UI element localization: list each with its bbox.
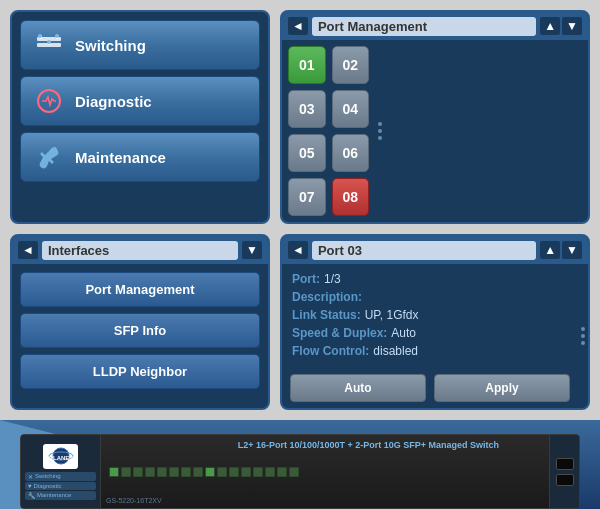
bottom-banner: PLANET ✕Switching ♥Diagnostic 🔧Maintenan… <box>0 420 600 509</box>
port-down-arrow[interactable]: ▼ <box>562 17 582 35</box>
switching-label: Switching <box>75 37 146 54</box>
speed-row: Speed & Duplex: Auto <box>292 326 568 340</box>
port-detail-down-arrow[interactable]: ▼ <box>562 241 582 259</box>
device-port-indicators <box>109 467 299 477</box>
port-04-button[interactable]: 04 <box>332 90 370 128</box>
device-port-12 <box>241 467 251 477</box>
device-port-3 <box>133 467 143 477</box>
port-arrow-group: ▲ ▼ <box>540 17 582 35</box>
speed-value: Auto <box>391 326 416 340</box>
maintenance-button[interactable]: Maintenance <box>20 132 260 182</box>
port-detail-inner: Port: 1/3 Description: Link Status: UP, … <box>282 264 578 408</box>
diagnostic-label: Diagnostic <box>75 93 152 110</box>
port-management-sub-button[interactable]: Port Management <box>20 272 260 307</box>
device-menu-switching: ✕Switching <box>25 472 96 481</box>
port-value: 1/3 <box>324 272 341 286</box>
flow-value: disabled <box>373 344 418 358</box>
port-left-arrow[interactable]: ◄ <box>288 17 308 35</box>
device-title: L2+ 16-Port 10/100/1000T + 2-Port 10G SF… <box>238 440 499 450</box>
lldp-neighbor-button[interactable]: LLDP Neighbor <box>20 354 260 389</box>
flow-control-row: Flow Control: disabled <box>292 344 568 358</box>
device-port-2 <box>121 467 131 477</box>
port-number-row: Port: 1/3 <box>292 272 568 286</box>
link-status-label: Link Status: <box>292 308 361 322</box>
switching-icon <box>33 29 65 61</box>
device-sfp <box>549 435 579 508</box>
interfaces-header: ◄ Interfaces ▼ <box>12 236 268 264</box>
link-status-value: UP, 1Gfdx <box>365 308 419 322</box>
interfaces-left-arrow[interactable]: ◄ <box>18 241 38 259</box>
bottom-row: ◄ Interfaces ▼ Port Management SFP Info … <box>10 234 590 410</box>
port-scroll-indicator <box>375 40 385 222</box>
interfaces-panel: ◄ Interfaces ▼ Port Management SFP Info … <box>10 234 270 410</box>
port-05-button[interactable]: 05 <box>288 134 326 172</box>
port-detail-buttons: Auto Apply <box>282 368 578 408</box>
detail-scroll-dot-2 <box>581 334 585 338</box>
detail-scroll-indicator <box>578 264 588 408</box>
device-menu-diagnostic: ♥Diagnostic <box>25 482 96 490</box>
interfaces-content: Port Management SFP Info LLDP Neighbor <box>12 264 268 408</box>
device-menu-maintenance: 🔧Maintenance <box>25 491 96 500</box>
device-model: GS-5220-16T2XV <box>106 497 162 504</box>
port-06-button[interactable]: 06 <box>332 134 370 172</box>
maintenance-label: Maintenance <box>75 149 166 166</box>
scroll-dot-3 <box>378 136 382 140</box>
port-detail-left-arrow[interactable]: ◄ <box>288 241 308 259</box>
scroll-dot-1 <box>378 122 382 126</box>
device-port-7 <box>181 467 191 477</box>
device-port-11 <box>229 467 239 477</box>
main-area: Switching Diagnostic <box>0 0 600 420</box>
planet-logo: PLANET <box>43 444 78 469</box>
sfp-slot-2 <box>556 474 574 486</box>
flow-label: Flow Control: <box>292 344 369 358</box>
device-port-9 <box>205 467 215 477</box>
port-detail-up-arrow[interactable]: ▲ <box>540 241 560 259</box>
link-status-row: Link Status: UP, 1Gfdx <box>292 308 568 322</box>
port-03-button[interactable]: 03 <box>288 90 326 128</box>
port-02-button[interactable]: 02 <box>332 46 370 84</box>
port-management-header: ◄ Port Management ▲ ▼ <box>282 12 588 40</box>
port-detail-wrapper: Port: 1/3 Description: Link Status: UP, … <box>282 264 588 408</box>
port-management-panel: ◄ Port Management ▲ ▼ 01 02 03 04 05 06 … <box>280 10 590 224</box>
svg-text:PLANET: PLANET <box>49 455 73 461</box>
port-detail-title: Port 03 <box>312 241 536 260</box>
port-detail-content: Port: 1/3 Description: Link Status: UP, … <box>282 264 578 368</box>
top-row: Switching Diagnostic <box>10 10 590 224</box>
port-07-button[interactable]: 07 <box>288 178 326 216</box>
device-port-16 <box>289 467 299 477</box>
description-label: Description: <box>292 290 362 304</box>
port-01-button[interactable]: 01 <box>288 46 326 84</box>
device-port-8 <box>193 467 203 477</box>
port-up-arrow[interactable]: ▲ <box>540 17 560 35</box>
port-detail-panel: ◄ Port 03 ▲ ▼ Port: 1/3 Description: <box>280 234 590 410</box>
switching-panel-content: Switching Diagnostic <box>12 12 268 222</box>
auto-button[interactable]: Auto <box>290 374 426 402</box>
apply-button[interactable]: Apply <box>434 374 570 402</box>
maintenance-icon <box>33 141 65 173</box>
port-08-button[interactable]: 08 <box>332 178 370 216</box>
interfaces-title: Interfaces <box>42 241 238 260</box>
device-port-4 <box>145 467 155 477</box>
svg-point-5 <box>38 34 42 38</box>
scroll-dot-2 <box>378 129 382 133</box>
diagnostic-icon <box>33 85 65 117</box>
device-port-10 <box>217 467 227 477</box>
port-detail-header: ◄ Port 03 ▲ ▼ <box>282 236 588 264</box>
svg-point-6 <box>47 40 51 44</box>
switching-button[interactable]: Switching <box>20 20 260 70</box>
sfp-info-button[interactable]: SFP Info <box>20 313 260 348</box>
speed-label: Speed & Duplex: <box>292 326 387 340</box>
port-grid-container: 01 02 03 04 05 06 07 08 <box>282 40 588 222</box>
description-row: Description: <box>292 290 568 304</box>
port-management-title: Port Management <box>312 17 536 36</box>
device-port-6 <box>169 467 179 477</box>
device-port-13 <box>253 467 263 477</box>
switching-panel: Switching Diagnostic <box>10 10 270 224</box>
device-image: PLANET ✕Switching ♥Diagnostic 🔧Maintenan… <box>20 434 580 509</box>
detail-scroll-dot-1 <box>581 327 585 331</box>
diagnostic-button[interactable]: Diagnostic <box>20 76 260 126</box>
port-label: Port: <box>292 272 320 286</box>
interfaces-down-arrow[interactable]: ▼ <box>242 241 262 259</box>
port-detail-arrow-group: ▲ ▼ <box>540 241 582 259</box>
device-port-14 <box>265 467 275 477</box>
